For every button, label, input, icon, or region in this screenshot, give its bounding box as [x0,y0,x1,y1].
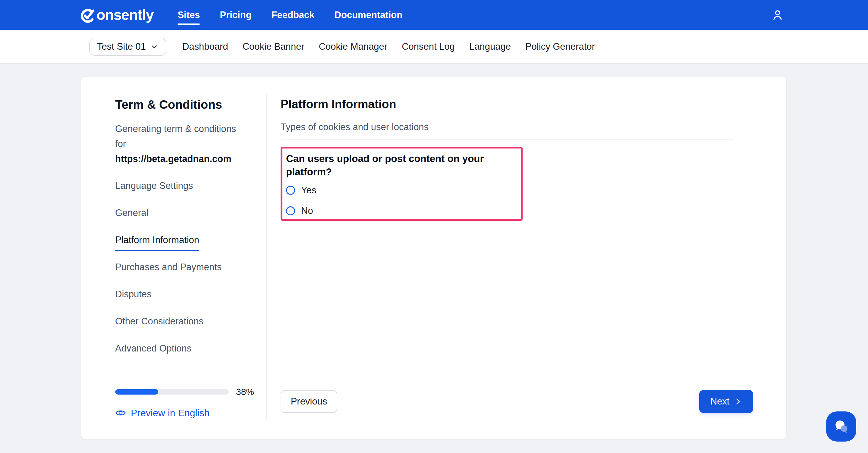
nav-pricing[interactable]: Pricing [220,9,251,21]
radio-no[interactable] [286,206,295,215]
nav-sites[interactable]: Sites [178,9,200,21]
step-other-considerations[interactable]: Other Considerations [115,315,257,343]
option-no[interactable]: No [286,206,516,215]
site-selector-label: Test Site 01 [97,41,146,52]
policy-generator-card: Term & Conditions Generating term & cond… [82,77,786,439]
step-general[interactable]: General [115,207,257,234]
sidebar-subtitle-line1: Generating term & conditions [115,121,257,136]
tab-dashboard[interactable]: Dashboard [182,41,228,53]
radio-yes[interactable] [286,186,295,195]
option-yes[interactable]: Yes [286,186,516,195]
step-platform-information[interactable]: Platform Information [115,234,257,261]
site-url: https://beta.getadnan.com [115,152,257,167]
content-title: Platform Information [281,97,734,111]
chat-widget-button[interactable] [826,412,856,442]
preview-link-label: Preview in English [131,407,210,419]
sidebar-title: Term & Conditions [115,97,257,112]
tab-language[interactable]: Language [469,41,511,53]
sidebar-subtitle: Generating term & conditions for https:/… [115,121,257,167]
tab-cookie-manager[interactable]: Cookie Manager [319,41,387,53]
logo-check-c-icon [80,7,96,23]
eye-icon [115,408,126,418]
top-header: onsently Sites Pricing Feedback Document… [0,0,868,30]
chevron-down-icon [150,42,158,51]
step-content: Platform Information Types of cookies an… [267,77,786,439]
logo-wordmark: onsently [96,8,153,22]
user-icon [771,8,784,22]
content-subtitle: Types of cookies and user locations [281,121,734,133]
site-selector-dropdown[interactable]: Test Site 01 [89,38,166,56]
next-button[interactable]: Next [699,390,753,413]
nav-feedback[interactable]: Feedback [272,9,315,21]
option-no-label: No [301,205,313,216]
screen: onsently Sites Pricing Feedback Document… [0,0,868,453]
content-divider [281,139,734,140]
wizard-steps: Language Settings General Platform Infor… [115,180,257,369]
tab-consent-log[interactable]: Consent Log [402,41,455,53]
chat-bubbles-icon [832,417,850,436]
previous-button[interactable]: Previous [281,390,337,413]
step-disputes[interactable]: Disputes [115,288,257,315]
wizard-footer: Previous Next [281,390,753,413]
step-advanced-options[interactable]: Advanced Options [115,343,257,369]
progress-bar [115,389,229,395]
wizard-sidebar: Term & Conditions Generating term & cond… [82,77,267,439]
progress-fill [115,389,158,395]
top-nav: Sites Pricing Feedback Documentation [178,9,402,21]
question-text: Can users upload or post content on your… [286,152,516,179]
consently-logo[interactable]: onsently [80,7,153,23]
next-button-label: Next [710,396,730,407]
progress-row: 38% [115,387,254,397]
highlighted-question-box: Can users upload or post content on your… [281,147,523,221]
progress-percent: 38% [236,387,254,397]
user-account-button[interactable] [771,8,784,22]
sidebar-subtitle-line2: for [115,136,257,152]
site-nav-bar: Test Site 01 Dashboard Cookie Banner Coo… [0,30,868,64]
preview-in-english-link[interactable]: Preview in English [115,407,210,419]
chevron-right-icon [734,397,742,406]
step-language-settings[interactable]: Language Settings [115,180,257,207]
site-tabs: Dashboard Cookie Banner Cookie Manager C… [182,41,595,53]
step-purchases-and-payments[interactable]: Purchases and Payments [115,261,257,288]
tab-cookie-banner[interactable]: Cookie Banner [243,41,304,53]
nav-documentation[interactable]: Documentation [335,9,403,21]
option-yes-label: Yes [301,185,316,196]
tab-policy-generator[interactable]: Policy Generator [525,41,595,53]
question-options: Yes No [286,186,516,215]
